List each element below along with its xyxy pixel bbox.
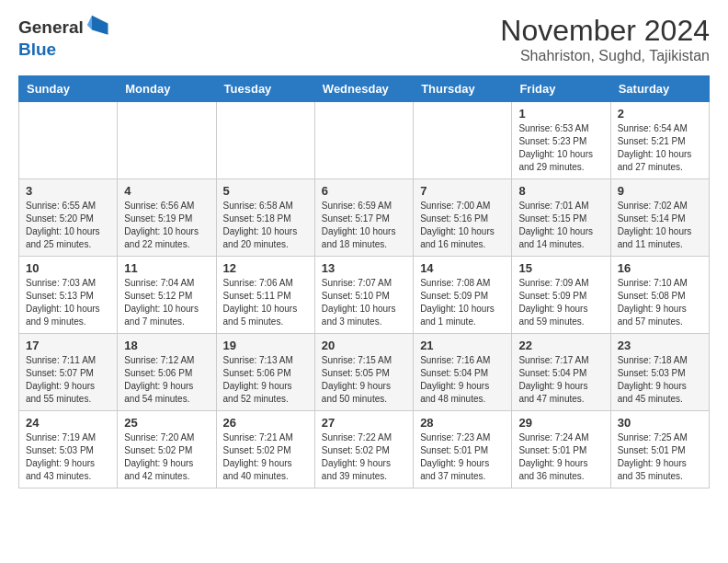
day-info: Sunrise: 7:15 AMSunset: 5:05 PMDaylight:… (322, 354, 406, 406)
day-number: 17 (26, 339, 110, 352)
calendar-cell-1-3: 6Sunrise: 6:59 AMSunset: 5:17 PMDaylight… (314, 179, 413, 257)
page: General Blue November 2024 Shahriston, S… (0, 0, 728, 563)
day-number: 3 (26, 184, 110, 198)
calendar-cell-1-2: 5Sunrise: 6:58 AMSunset: 5:18 PMDaylight… (216, 179, 314, 257)
week-row-2: 10Sunrise: 7:03 AMSunset: 5:13 PMDayligh… (19, 257, 710, 334)
calendar-cell-4-2: 26Sunrise: 7:21 AMSunset: 5:02 PMDayligh… (216, 411, 314, 488)
calendar-cell-4-1: 25Sunrise: 7:20 AMSunset: 5:02 PMDayligh… (118, 411, 216, 488)
location: Shahriston, Sughd, Tajikistan (500, 48, 710, 64)
day-info: Sunrise: 6:53 AMSunset: 5:23 PMDaylight:… (518, 122, 603, 174)
calendar-cell-0-4 (414, 102, 512, 179)
day-info: Sunrise: 7:18 AMSunset: 5:03 PMDaylight:… (618, 354, 702, 406)
calendar-cell-1-1: 4Sunrise: 6:56 AMSunset: 5:19 PMDaylight… (118, 179, 216, 257)
day-number: 20 (322, 339, 406, 352)
title-section: November 2024 Shahriston, Sughd, Tajikis… (500, 14, 710, 64)
calendar-cell-1-6: 9Sunrise: 7:02 AMSunset: 5:14 PMDaylight… (610, 179, 709, 257)
day-info: Sunrise: 6:56 AMSunset: 5:19 PMDaylight:… (124, 200, 209, 251)
day-info: Sunrise: 7:19 AMSunset: 5:03 PMDaylight:… (26, 431, 110, 483)
header-sunday: Sunday (19, 76, 118, 102)
day-number: 2 (618, 107, 702, 121)
day-number: 28 (420, 416, 505, 430)
header: General Blue November 2024 Shahriston, S… (18, 14, 710, 64)
day-number: 16 (618, 261, 702, 275)
day-info: Sunrise: 7:02 AMSunset: 5:14 PMDaylight:… (618, 200, 702, 251)
day-number: 8 (518, 184, 603, 198)
day-info: Sunrise: 7:01 AMSunset: 5:15 PMDaylight:… (518, 200, 603, 251)
calendar-header-row: Sunday Monday Tuesday Wednesday Thursday… (19, 76, 710, 102)
calendar-cell-3-1: 18Sunrise: 7:12 AMSunset: 5:06 PMDayligh… (118, 334, 216, 411)
day-number: 4 (124, 184, 209, 198)
calendar-cell-3-6: 23Sunrise: 7:18 AMSunset: 5:03 PMDayligh… (610, 334, 709, 411)
day-info: Sunrise: 7:22 AMSunset: 5:02 PMDaylight:… (322, 431, 406, 483)
svg-marker-1 (87, 16, 92, 30)
header-saturday: Saturday (610, 76, 709, 102)
day-number: 24 (26, 416, 110, 430)
day-info: Sunrise: 7:16 AMSunset: 5:04 PMDaylight:… (420, 354, 505, 406)
calendar-cell-2-2: 12Sunrise: 7:06 AMSunset: 5:11 PMDayligh… (216, 257, 314, 334)
calendar-cell-2-3: 13Sunrise: 7:07 AMSunset: 5:10 PMDayligh… (314, 257, 413, 334)
day-info: Sunrise: 6:55 AMSunset: 5:20 PMDaylight:… (26, 200, 110, 251)
day-number: 27 (322, 416, 406, 430)
week-row-0: 1Sunrise: 6:53 AMSunset: 5:23 PMDaylight… (19, 102, 710, 179)
logo-blue: Blue (18, 40, 56, 58)
calendar-cell-4-0: 24Sunrise: 7:19 AMSunset: 5:03 PMDayligh… (19, 411, 118, 488)
day-number: 19 (223, 339, 308, 352)
week-row-3: 17Sunrise: 7:11 AMSunset: 5:07 PMDayligh… (19, 334, 710, 411)
calendar-cell-0-0 (19, 102, 118, 179)
day-info: Sunrise: 7:12 AMSunset: 5:06 PMDaylight:… (124, 354, 209, 406)
calendar-cell-0-3 (314, 102, 413, 179)
day-number: 6 (322, 184, 406, 198)
day-number: 1 (518, 107, 603, 121)
day-number: 12 (223, 261, 308, 275)
header-monday: Monday (118, 76, 216, 102)
day-info: Sunrise: 7:17 AMSunset: 5:04 PMDaylight:… (518, 354, 603, 406)
day-number: 14 (420, 261, 505, 275)
logo-icon (85, 14, 111, 40)
day-number: 15 (518, 261, 603, 275)
day-info: Sunrise: 7:07 AMSunset: 5:10 PMDaylight:… (322, 277, 406, 328)
day-info: Sunrise: 6:59 AMSunset: 5:17 PMDaylight:… (322, 200, 406, 251)
day-number: 11 (124, 261, 209, 275)
logo: General Blue (18, 14, 111, 58)
calendar-cell-3-5: 22Sunrise: 7:17 AMSunset: 5:04 PMDayligh… (512, 334, 610, 411)
day-info: Sunrise: 7:23 AMSunset: 5:01 PMDaylight:… (420, 431, 505, 483)
week-row-4: 24Sunrise: 7:19 AMSunset: 5:03 PMDayligh… (19, 411, 710, 488)
day-number: 21 (420, 339, 505, 352)
day-info: Sunrise: 7:00 AMSunset: 5:16 PMDaylight:… (420, 200, 505, 251)
calendar-cell-3-4: 21Sunrise: 7:16 AMSunset: 5:04 PMDayligh… (414, 334, 512, 411)
day-info: Sunrise: 7:10 AMSunset: 5:08 PMDaylight:… (618, 277, 702, 328)
header-friday: Friday (512, 76, 610, 102)
calendar-cell-2-1: 11Sunrise: 7:04 AMSunset: 5:12 PMDayligh… (118, 257, 216, 334)
logo-general: General (18, 18, 84, 36)
header-wednesday: Wednesday (314, 76, 413, 102)
calendar: Sunday Monday Tuesday Wednesday Thursday… (18, 75, 710, 488)
calendar-cell-0-1 (118, 102, 216, 179)
calendar-cell-4-3: 27Sunrise: 7:22 AMSunset: 5:02 PMDayligh… (314, 411, 413, 488)
calendar-cell-4-4: 28Sunrise: 7:23 AMSunset: 5:01 PMDayligh… (414, 411, 512, 488)
calendar-cell-4-5: 29Sunrise: 7:24 AMSunset: 5:01 PMDayligh… (512, 411, 610, 488)
day-number: 26 (223, 416, 308, 430)
day-info: Sunrise: 7:04 AMSunset: 5:12 PMDaylight:… (124, 277, 209, 328)
calendar-cell-1-5: 8Sunrise: 7:01 AMSunset: 5:15 PMDaylight… (512, 179, 610, 257)
day-info: Sunrise: 7:03 AMSunset: 5:13 PMDaylight:… (26, 277, 110, 328)
day-info: Sunrise: 7:20 AMSunset: 5:02 PMDaylight:… (124, 431, 209, 483)
calendar-cell-1-0: 3Sunrise: 6:55 AMSunset: 5:20 PMDaylight… (19, 179, 118, 257)
day-number: 7 (420, 184, 505, 198)
calendar-cell-2-6: 16Sunrise: 7:10 AMSunset: 5:08 PMDayligh… (610, 257, 709, 334)
header-tuesday: Tuesday (216, 76, 314, 102)
day-number: 25 (124, 416, 209, 430)
calendar-cell-1-4: 7Sunrise: 7:00 AMSunset: 5:16 PMDaylight… (414, 179, 512, 257)
calendar-cell-2-4: 14Sunrise: 7:08 AMSunset: 5:09 PMDayligh… (414, 257, 512, 334)
day-info: Sunrise: 7:24 AMSunset: 5:01 PMDaylight:… (518, 431, 603, 483)
day-number: 30 (618, 416, 702, 430)
day-number: 23 (618, 339, 702, 352)
day-number: 5 (223, 184, 308, 198)
calendar-cell-3-2: 19Sunrise: 7:13 AMSunset: 5:06 PMDayligh… (216, 334, 314, 411)
day-number: 18 (124, 339, 209, 352)
calendar-cell-3-3: 20Sunrise: 7:15 AMSunset: 5:05 PMDayligh… (314, 334, 413, 411)
day-info: Sunrise: 7:06 AMSunset: 5:11 PMDaylight:… (223, 277, 308, 328)
day-info: Sunrise: 7:25 AMSunset: 5:01 PMDaylight:… (618, 431, 702, 483)
week-row-1: 3Sunrise: 6:55 AMSunset: 5:20 PMDaylight… (19, 179, 710, 257)
calendar-cell-3-0: 17Sunrise: 7:11 AMSunset: 5:07 PMDayligh… (19, 334, 118, 411)
day-info: Sunrise: 7:11 AMSunset: 5:07 PMDaylight:… (26, 354, 110, 406)
